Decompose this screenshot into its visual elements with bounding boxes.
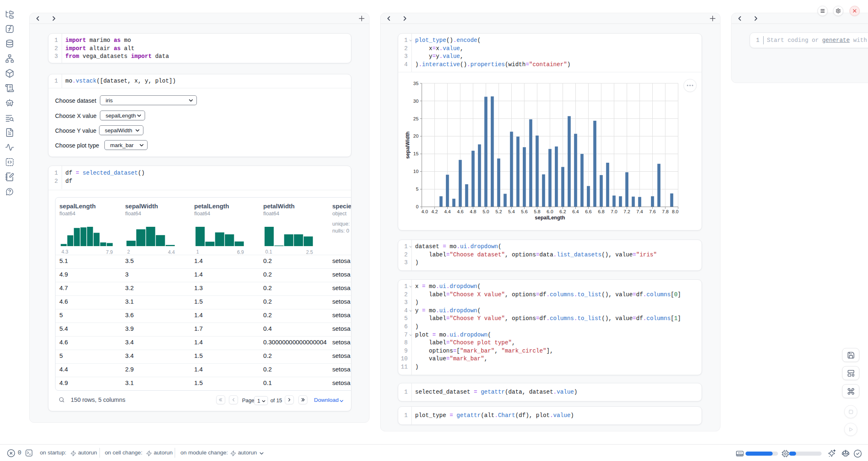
svg-text:6.2: 6.2	[559, 209, 566, 214]
svg-text:15: 15	[413, 151, 419, 156]
svg-text:sepalLength: sepalLength	[535, 215, 565, 221]
svg-text:6.4: 6.4	[573, 209, 579, 214]
svg-text:5.4: 5.4	[508, 209, 515, 214]
svg-text:7.8: 7.8	[662, 209, 669, 214]
svg-text:7.2: 7.2	[623, 209, 630, 214]
svg-text:7.4: 7.4	[636, 209, 643, 214]
svg-text:0: 0	[416, 204, 418, 209]
svg-text:4.0: 4.0	[421, 209, 428, 214]
svg-text:5.8: 5.8	[534, 209, 540, 214]
svg-text:4.6: 4.6	[457, 209, 464, 214]
svg-text:7.0: 7.0	[611, 209, 617, 214]
svg-text:5.2: 5.2	[495, 209, 502, 214]
svg-text:sepalWidth: sepalWidth	[405, 131, 411, 159]
svg-text:10: 10	[413, 169, 419, 174]
svg-text:4.2: 4.2	[432, 209, 438, 214]
svg-text:5.0: 5.0	[482, 209, 489, 214]
svg-text:35: 35	[413, 81, 419, 86]
svg-text:30: 30	[413, 99, 419, 104]
svg-text:4.4: 4.4	[444, 209, 451, 214]
svg-text:8.0: 8.0	[672, 209, 679, 214]
svg-text:5.6: 5.6	[521, 209, 528, 214]
svg-text:6.6: 6.6	[585, 209, 592, 214]
svg-text:25: 25	[413, 116, 419, 121]
svg-text:6.8: 6.8	[598, 209, 605, 214]
svg-text:7.6: 7.6	[649, 209, 656, 214]
svg-text:6.0: 6.0	[547, 209, 553, 214]
svg-text:20: 20	[413, 134, 419, 138]
svg-text:4.8: 4.8	[470, 209, 476, 214]
svg-text:5: 5	[416, 187, 418, 191]
